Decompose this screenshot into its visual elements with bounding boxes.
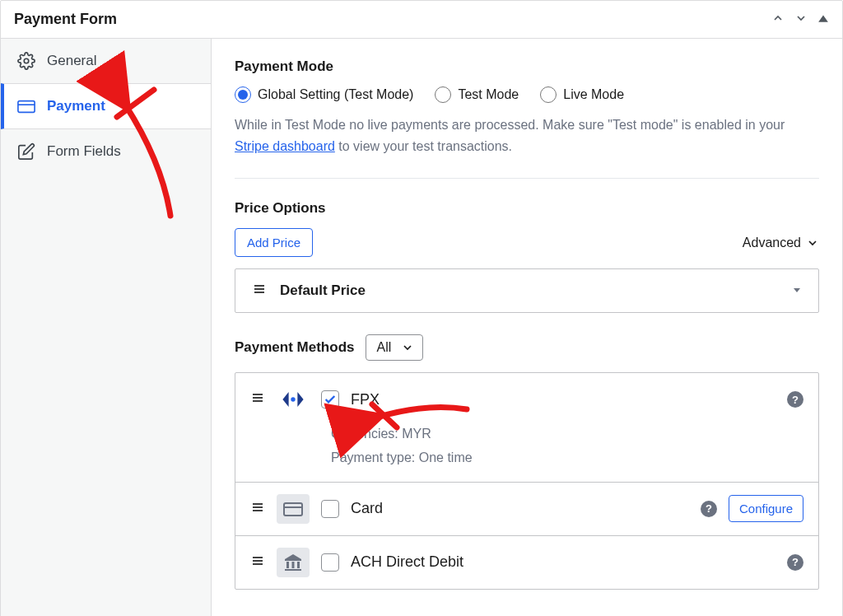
pm-item-fpx: FPX ? Currencies: MYR Payment type: One … <box>235 373 818 483</box>
caret-down-icon[interactable] <box>792 283 802 298</box>
divider <box>235 178 819 179</box>
fpx-icon <box>277 385 310 414</box>
add-price-button[interactable]: Add Price <box>235 228 313 257</box>
pm-label: FPX <box>351 391 380 408</box>
svg-rect-15 <box>284 503 302 516</box>
help-icon[interactable]: ? <box>787 391 803 408</box>
svg-rect-2 <box>18 101 35 113</box>
radio-test[interactable]: Test Mode <box>435 86 519 103</box>
gear-icon <box>17 52 35 70</box>
default-price-card: Default Price <box>235 268 819 313</box>
section-title: Price Options <box>235 200 819 217</box>
svg-point-1 <box>24 58 29 63</box>
advanced-toggle[interactable]: Advanced <box>743 236 819 250</box>
sidebar-item-payment[interactable]: Payment <box>1 83 211 129</box>
pm-label: ACH Direct Debit <box>351 553 463 571</box>
drag-handle-icon[interactable] <box>250 501 265 517</box>
sidebar-item-general[interactable]: General <box>1 39 211 83</box>
main-content: Payment Mode Global Setting (Test Mode) … <box>212 39 842 616</box>
sidebar-item-label: Payment <box>47 98 105 114</box>
pm-label: Card <box>351 500 383 517</box>
radio-live[interactable]: Live Mode <box>540 86 624 103</box>
chevron-down-icon <box>401 341 414 354</box>
section-title: Payment Mode <box>235 58 819 75</box>
credit-card-icon <box>17 97 35 115</box>
svg-rect-21 <box>292 562 295 568</box>
radio-input[interactable] <box>235 86 251 103</box>
sidebar-item-form-fields[interactable]: Form Fields <box>1 129 211 174</box>
radio-input[interactable] <box>540 86 557 103</box>
panel-title: Payment Form <box>14 11 117 28</box>
stripe-dashboard-link[interactable]: Stripe dashboard <box>235 139 335 153</box>
payment-methods-section: Payment Methods All FPX <box>235 334 819 590</box>
pm-meta: Currencies: MYR Payment type: One time <box>331 422 803 470</box>
svg-point-11 <box>291 397 295 401</box>
collapse-icon[interactable] <box>817 12 829 27</box>
configure-button[interactable]: Configure <box>729 495 803 522</box>
sidebar-item-label: General <box>47 53 96 69</box>
panel-header: Payment Form <box>1 1 842 39</box>
move-down-icon[interactable] <box>794 12 808 28</box>
pm-item-card: Card ? Configure <box>235 483 818 536</box>
svg-marker-0 <box>818 15 828 21</box>
help-icon[interactable]: ? <box>701 501 717 517</box>
default-price-title: Default Price <box>280 282 366 299</box>
chevron-down-icon <box>806 236 819 250</box>
radio-input[interactable] <box>435 86 451 103</box>
drag-handle-icon[interactable] <box>250 554 265 571</box>
card-checkbox[interactable] <box>321 500 339 518</box>
pm-item-ach: ACH Direct Debit ? <box>235 536 818 589</box>
card-icon <box>277 494 310 524</box>
payment-methods-list: FPX ? Currencies: MYR Payment type: One … <box>235 372 819 590</box>
sidebar-item-label: Form Fields <box>47 143 121 160</box>
price-options-section: Price Options Add Price Advanced Default… <box>235 200 819 313</box>
section-title: Payment Methods <box>235 339 354 356</box>
svg-rect-23 <box>285 569 301 571</box>
payment-mode-section: Payment Mode Global Setting (Test Mode) … <box>235 58 819 156</box>
sidebar: General Payment Form Fields <box>1 39 212 616</box>
fpx-checkbox[interactable] <box>321 390 339 408</box>
help-text: While in Test Mode no live payments are … <box>235 114 819 156</box>
svg-rect-20 <box>286 562 289 568</box>
drag-handle-icon[interactable] <box>250 391 265 408</box>
filter-select[interactable]: All <box>366 334 423 361</box>
svg-rect-22 <box>297 562 300 568</box>
radio-global[interactable]: Global Setting (Test Mode) <box>235 86 413 103</box>
drag-handle-icon[interactable] <box>252 282 267 299</box>
ach-checkbox[interactable] <box>321 553 339 572</box>
svg-marker-7 <box>794 288 800 292</box>
radio-row: Global Setting (Test Mode) Test Mode Liv… <box>235 86 819 103</box>
help-icon[interactable]: ? <box>787 554 803 571</box>
edit-icon <box>17 142 35 161</box>
bank-icon <box>277 548 310 577</box>
move-up-icon[interactable] <box>771 12 785 28</box>
